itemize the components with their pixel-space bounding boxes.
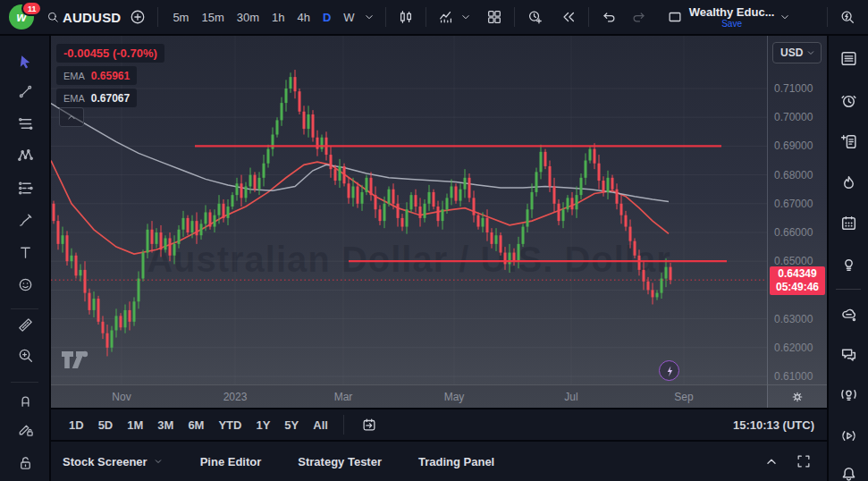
range-5d[interactable]: 5D xyxy=(91,416,121,435)
divider xyxy=(11,308,38,309)
layout-select-button[interactable] xyxy=(663,5,687,29)
chart-settings-corner[interactable] xyxy=(767,384,827,408)
notification-badge: 11 xyxy=(21,1,42,16)
statusbar-stock-screener[interactable]: Stock Screener xyxy=(63,455,164,468)
status-bar-items: Stock ScreenerPine EditorStrategy Tester… xyxy=(63,455,760,468)
bar-countdown: 05:49:46 xyxy=(770,281,825,294)
layout-dropdown-chevron-icon[interactable] xyxy=(777,5,793,29)
divider xyxy=(827,7,828,27)
time-axis-label: 2023 xyxy=(223,391,248,403)
interval-15m[interactable]: 15m xyxy=(195,11,230,24)
ideas-stream-panel[interactable] xyxy=(838,384,860,406)
divider xyxy=(343,415,344,435)
brush-tool[interactable] xyxy=(13,208,37,232)
measure-tool[interactable] xyxy=(13,313,37,336)
range-3m[interactable]: 3M xyxy=(150,416,181,435)
interval-5m[interactable]: 5m xyxy=(166,11,195,24)
layout-grid-button[interactable] xyxy=(483,5,506,29)
interval-4h[interactable]: 4h xyxy=(291,11,316,24)
lock-all-drawings[interactable] xyxy=(13,451,37,474)
xabcd-pattern-tool[interactable] xyxy=(13,143,37,166)
interval-1h[interactable]: 1h xyxy=(265,11,291,24)
ideas-panel[interactable] xyxy=(838,253,860,275)
ema-line xyxy=(51,104,669,202)
currency-label: USD xyxy=(780,46,803,59)
magnet-tool[interactable] xyxy=(13,388,37,411)
hotlists-panel[interactable] xyxy=(838,172,860,194)
calendar-panel[interactable] xyxy=(838,212,860,234)
symbol-search-button[interactable]: AUDUSD xyxy=(45,5,126,29)
zoom-in-tool[interactable] xyxy=(13,343,37,367)
time-axis-label: Sep xyxy=(674,391,693,403)
replay-button[interactable] xyxy=(557,5,580,29)
range-5y[interactable]: 5Y xyxy=(277,416,306,435)
drawing-mode-lock[interactable] xyxy=(13,418,37,441)
ema-label: EMA xyxy=(63,71,85,81)
divider xyxy=(426,7,426,27)
text-tool[interactable] xyxy=(13,240,37,264)
minds-panel[interactable] xyxy=(838,304,860,326)
range-all[interactable]: All xyxy=(306,416,335,435)
symbol-name: AUDUSD xyxy=(63,10,121,25)
collapse-panel-button[interactable] xyxy=(760,450,783,473)
range-1d[interactable]: 1D xyxy=(62,416,91,435)
user-menu-button[interactable]: w 11 xyxy=(9,4,36,30)
candlestick-chart xyxy=(51,36,767,384)
chat-panel[interactable] xyxy=(838,343,860,366)
price-axis-label: 0.68000 xyxy=(774,169,813,181)
journal-panel[interactable] xyxy=(838,131,860,153)
ema-label: EMA xyxy=(63,93,85,104)
fib-lines-tool[interactable] xyxy=(13,112,37,135)
candlestick-series xyxy=(53,70,672,356)
interval-30m[interactable]: 30m xyxy=(231,11,265,24)
cursor-tool[interactable] xyxy=(13,49,37,72)
legend-ema-fast[interactable]: EMA 0.65961 xyxy=(56,66,137,85)
chart-pane: Australian Dollar / U.S. Dollar -0.00455… xyxy=(51,36,827,408)
indicators-dropdown-chevron-icon[interactable] xyxy=(458,5,474,29)
top-toolbar: w 11 AUDUSD 5m15m30m1h4hDW Wealthy Educ.… xyxy=(0,0,868,34)
statusbar-pine-editor[interactable]: Pine Editor xyxy=(200,455,262,468)
legend-collapse-button[interactable] xyxy=(59,107,84,127)
time-axis[interactable]: Nov2023MarMayJulSep xyxy=(51,384,767,408)
indicators-button[interactable] xyxy=(434,5,458,29)
divider xyxy=(514,7,515,27)
fullscreen-button[interactable] xyxy=(792,450,815,473)
clock-utc[interactable]: 15:10:13 (UTC) xyxy=(733,418,816,432)
range-1y[interactable]: 1Y xyxy=(249,416,277,435)
watchlist-panel[interactable] xyxy=(838,47,860,70)
trend-line-tool[interactable] xyxy=(13,80,37,103)
undo-button[interactable] xyxy=(597,5,620,29)
go-to-date-button[interactable] xyxy=(358,413,381,436)
tradingview-app: w 11 AUDUSD 5m15m30m1h4hDW Wealthy Educ.… xyxy=(0,0,868,481)
alert-button[interactable] xyxy=(523,5,546,29)
range-ytd[interactable]: YTD xyxy=(211,416,249,435)
save-button[interactable]: Save xyxy=(721,20,742,29)
price-axis[interactable]: USD 0.710000.700000.690000.680000.670000… xyxy=(767,36,827,384)
range-6m[interactable]: 6M xyxy=(181,416,211,435)
interval-dropdown-chevron-icon[interactable] xyxy=(361,5,377,29)
streams-panel[interactable] xyxy=(838,425,860,447)
compare-add-button[interactable] xyxy=(126,5,149,29)
notifications-panel[interactable] xyxy=(838,463,860,481)
alerts-panel[interactable] xyxy=(838,89,860,112)
price-axis-label: 0.70000 xyxy=(774,111,813,123)
statusbar-trading-panel[interactable]: Trading Panel xyxy=(418,455,494,468)
layout-name-button[interactable]: Wealthy Educ... Save xyxy=(689,6,775,29)
interval-D[interactable]: D xyxy=(316,11,337,24)
forecast-tool[interactable] xyxy=(13,176,37,199)
legend-ema-slow[interactable]: EMA 0.67067 xyxy=(56,89,137,107)
redo-button[interactable] xyxy=(628,5,651,29)
quick-search-button[interactable] xyxy=(836,5,859,29)
ema-value: 0.67067 xyxy=(91,92,130,105)
emoji-tool[interactable] xyxy=(13,273,37,296)
chart-area[interactable]: Australian Dollar / U.S. Dollar -0.00455… xyxy=(51,36,767,384)
interval-W[interactable]: W xyxy=(337,11,360,24)
price-axis-label: 0.69000 xyxy=(774,139,813,152)
tradingview-logo[interactable] xyxy=(61,350,93,370)
candle-style-button[interactable] xyxy=(394,5,417,29)
chevron-down-icon xyxy=(805,41,816,64)
statusbar-strategy-tester[interactable]: Strategy Tester xyxy=(298,455,382,468)
boost-flash-button[interactable] xyxy=(659,360,679,381)
currency-selector[interactable]: USD xyxy=(772,42,822,63)
range-1m[interactable]: 1M xyxy=(120,416,150,435)
